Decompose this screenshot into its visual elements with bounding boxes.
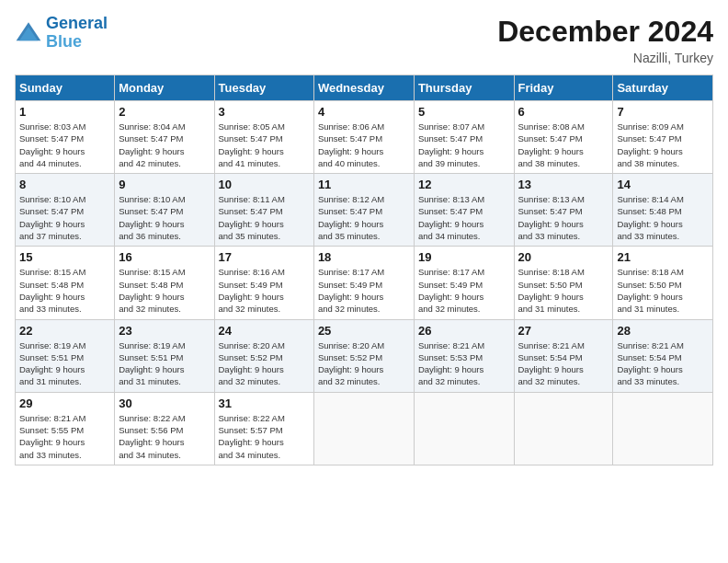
calendar-cell: 15 Sunrise: 8:15 AM Sunset: 5:48 PM Dayl… (16, 247, 115, 319)
calendar-cell: 1 Sunrise: 8:03 AM Sunset: 5:47 PM Dayli… (16, 101, 115, 174)
day-number: 5 (418, 105, 510, 119)
calendar-cell: 30 Sunrise: 8:22 AM Sunset: 5:56 PM Dayl… (115, 392, 214, 465)
location: Nazilli, Turkey (497, 51, 713, 65)
calendar-cell (613, 392, 713, 465)
calendar-cell: 18 Sunrise: 8:17 AM Sunset: 5:49 PM Dayl… (313, 247, 414, 319)
calendar-cell: 10 Sunrise: 8:11 AM Sunset: 5:47 PM Dayl… (214, 174, 313, 247)
day-info: Sunrise: 8:14 AM Sunset: 5:48 PM Dayligh… (617, 193, 709, 242)
day-number: 3 (219, 105, 310, 119)
day-number: 20 (518, 250, 609, 264)
day-number: 10 (219, 178, 310, 191)
calendar-cell: 23 Sunrise: 8:19 AM Sunset: 5:51 PM Dayl… (115, 319, 214, 392)
day-number: 18 (318, 250, 410, 264)
week-row-2: 8 Sunrise: 8:10 AM Sunset: 5:47 PM Dayli… (16, 174, 713, 247)
day-info: Sunrise: 8:21 AM Sunset: 5:54 PM Dayligh… (617, 339, 709, 388)
calendar-cell (514, 392, 613, 465)
calendar-cell: 11 Sunrise: 8:12 AM Sunset: 5:47 PM Dayl… (313, 174, 414, 247)
day-info: Sunrise: 8:16 AM Sunset: 5:49 PM Dayligh… (219, 266, 310, 315)
calendar-cell: 6 Sunrise: 8:08 AM Sunset: 5:47 PM Dayli… (514, 101, 613, 174)
calendar-cell: 31 Sunrise: 8:22 AM Sunset: 5:57 PM Dayl… (214, 392, 313, 465)
header-friday: Friday (514, 75, 613, 101)
header-wednesday: Wednesday (313, 75, 414, 101)
calendar-cell: 17 Sunrise: 8:16 AM Sunset: 5:49 PM Dayl… (214, 247, 313, 319)
day-info: Sunrise: 8:19 AM Sunset: 5:51 PM Dayligh… (119, 339, 210, 388)
title-area: December 2024 Nazilli, Turkey (497, 15, 713, 65)
logo-text: General Blue (46, 15, 108, 52)
calendar-cell: 19 Sunrise: 8:17 AM Sunset: 5:49 PM Dayl… (414, 247, 514, 319)
day-number: 16 (119, 250, 210, 264)
day-info: Sunrise: 8:10 AM Sunset: 5:47 PM Dayligh… (19, 193, 110, 242)
day-number: 19 (418, 250, 510, 264)
day-info: Sunrise: 8:03 AM Sunset: 5:47 PM Dayligh… (19, 121, 110, 169)
calendar-cell: 3 Sunrise: 8:05 AM Sunset: 5:47 PM Dayli… (214, 101, 313, 174)
day-number: 12 (418, 178, 510, 191)
day-number: 28 (617, 324, 709, 338)
header-thursday: Thursday (414, 75, 514, 101)
day-info: Sunrise: 8:21 AM Sunset: 5:55 PM Dayligh… (19, 412, 110, 461)
day-number: 31 (219, 396, 310, 410)
day-info: Sunrise: 8:09 AM Sunset: 5:47 PM Dayligh… (617, 121, 709, 169)
day-number: 2 (119, 105, 210, 119)
day-number: 29 (19, 396, 110, 410)
header-sunday: Sunday (16, 75, 115, 101)
calendar-cell: 29 Sunrise: 8:21 AM Sunset: 5:55 PM Dayl… (16, 392, 115, 465)
day-info: Sunrise: 8:05 AM Sunset: 5:47 PM Dayligh… (219, 121, 310, 169)
calendar-cell: 28 Sunrise: 8:21 AM Sunset: 5:54 PM Dayl… (613, 319, 713, 392)
day-info: Sunrise: 8:18 AM Sunset: 5:50 PM Dayligh… (518, 266, 609, 315)
calendar-cell: 20 Sunrise: 8:18 AM Sunset: 5:50 PM Dayl… (514, 247, 613, 319)
page-header: General Blue December 2024 Nazilli, Turk… (15, 15, 713, 65)
calendar-cell: 5 Sunrise: 8:07 AM Sunset: 5:47 PM Dayli… (414, 101, 514, 174)
day-number: 4 (318, 105, 410, 119)
header-monday: Monday (115, 75, 214, 101)
day-info: Sunrise: 8:19 AM Sunset: 5:51 PM Dayligh… (19, 339, 110, 388)
day-number: 6 (518, 105, 609, 119)
day-info: Sunrise: 8:13 AM Sunset: 5:47 PM Dayligh… (518, 193, 609, 242)
logo-icon (15, 19, 42, 47)
day-info: Sunrise: 8:06 AM Sunset: 5:47 PM Dayligh… (318, 121, 410, 169)
calendar-cell (313, 392, 414, 465)
calendar-cell: 9 Sunrise: 8:10 AM Sunset: 5:47 PM Dayli… (115, 174, 214, 247)
day-info: Sunrise: 8:08 AM Sunset: 5:47 PM Dayligh… (518, 121, 609, 169)
day-info: Sunrise: 8:21 AM Sunset: 5:54 PM Dayligh… (518, 339, 609, 388)
week-row-1: 1 Sunrise: 8:03 AM Sunset: 5:47 PM Dayli… (16, 101, 713, 174)
calendar-cell: 26 Sunrise: 8:21 AM Sunset: 5:53 PM Dayl… (414, 319, 514, 392)
day-number: 21 (617, 250, 709, 264)
calendar-cell: 12 Sunrise: 8:13 AM Sunset: 5:47 PM Dayl… (414, 174, 514, 247)
header-saturday: Saturday (613, 75, 713, 101)
calendar-cell: 24 Sunrise: 8:20 AM Sunset: 5:52 PM Dayl… (214, 319, 313, 392)
day-info: Sunrise: 8:12 AM Sunset: 5:47 PM Dayligh… (318, 193, 410, 242)
day-info: Sunrise: 8:04 AM Sunset: 5:47 PM Dayligh… (119, 121, 210, 169)
logo: General Blue (15, 15, 108, 52)
week-row-3: 15 Sunrise: 8:15 AM Sunset: 5:48 PM Dayl… (16, 247, 713, 319)
calendar-cell: 22 Sunrise: 8:19 AM Sunset: 5:51 PM Dayl… (16, 319, 115, 392)
calendar-cell: 4 Sunrise: 8:06 AM Sunset: 5:47 PM Dayli… (313, 101, 414, 174)
calendar-cell: 21 Sunrise: 8:18 AM Sunset: 5:50 PM Dayl… (613, 247, 713, 319)
day-number: 11 (318, 178, 410, 191)
header-tuesday: Tuesday (214, 75, 313, 101)
day-number: 26 (418, 324, 510, 338)
day-info: Sunrise: 8:10 AM Sunset: 5:47 PM Dayligh… (119, 193, 210, 242)
day-info: Sunrise: 8:22 AM Sunset: 5:57 PM Dayligh… (219, 412, 310, 461)
day-number: 9 (119, 178, 210, 191)
day-info: Sunrise: 8:22 AM Sunset: 5:56 PM Dayligh… (119, 412, 210, 461)
day-number: 17 (219, 250, 310, 264)
day-number: 8 (19, 178, 110, 191)
calendar-cell: 16 Sunrise: 8:15 AM Sunset: 5:48 PM Dayl… (115, 247, 214, 319)
week-row-4: 22 Sunrise: 8:19 AM Sunset: 5:51 PM Dayl… (16, 319, 713, 392)
day-number: 23 (119, 324, 210, 338)
calendar-cell: 8 Sunrise: 8:10 AM Sunset: 5:47 PM Dayli… (16, 174, 115, 247)
day-number: 27 (518, 324, 609, 338)
day-info: Sunrise: 8:18 AM Sunset: 5:50 PM Dayligh… (617, 266, 709, 315)
day-info: Sunrise: 8:07 AM Sunset: 5:47 PM Dayligh… (418, 121, 510, 169)
day-info: Sunrise: 8:20 AM Sunset: 5:52 PM Dayligh… (318, 339, 410, 388)
calendar-cell: 7 Sunrise: 8:09 AM Sunset: 5:47 PM Dayli… (613, 101, 713, 174)
day-number: 13 (518, 178, 609, 191)
day-number: 15 (19, 250, 110, 264)
day-number: 7 (617, 105, 709, 119)
day-info: Sunrise: 8:15 AM Sunset: 5:48 PM Dayligh… (119, 266, 210, 315)
day-info: Sunrise: 8:20 AM Sunset: 5:52 PM Dayligh… (219, 339, 310, 388)
day-number: 22 (19, 324, 110, 338)
day-number: 24 (219, 324, 310, 338)
calendar-table: SundayMondayTuesdayWednesdayThursdayFrid… (15, 75, 713, 465)
day-number: 25 (318, 324, 410, 338)
